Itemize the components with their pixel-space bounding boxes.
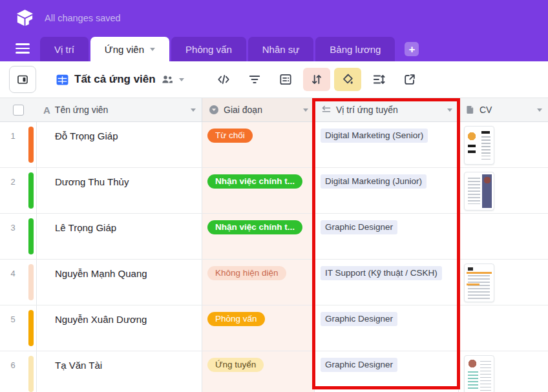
position-cell[interactable]: Digital Marketing (Junior) bbox=[315, 168, 459, 213]
row-number: 3 bbox=[0, 223, 26, 232]
row-color-bar bbox=[28, 356, 34, 392]
collapse-sidebar-icon bbox=[16, 73, 29, 86]
table-body: 1 Đỗ Trọng Giáp Từ chối Digital Marketin… bbox=[0, 122, 548, 392]
stage-cell[interactable]: Từ chối bbox=[202, 122, 315, 167]
linked-record-chip[interactable]: IT Support (Kỹ thuật / CSKH) bbox=[321, 266, 442, 280]
row-color-bar bbox=[28, 264, 34, 300]
row-number: 6 bbox=[0, 360, 26, 370]
cv-thumbnail[interactable] bbox=[464, 355, 494, 392]
chevron-down-icon bbox=[150, 48, 155, 51]
base-logo-icon[interactable] bbox=[14, 8, 35, 28]
menu-icon[interactable] bbox=[16, 36, 30, 61]
table-row[interactable]: 6 Tạ Văn Tài Ứng tuyển Graphic Designer bbox=[0, 351, 548, 392]
linked-record-chip[interactable]: Graphic Designer bbox=[321, 220, 397, 234]
stage-badge: Không hiện diện bbox=[207, 266, 286, 280]
single-select-field-icon bbox=[209, 105, 219, 115]
table-row[interactable]: 5 Nguyễn Xuân Dương Phỏng vấn Graphic De… bbox=[0, 305, 548, 351]
table-header: A Tên ứng viên Giai đoạn Vị trí ứng tuyể… bbox=[0, 98, 548, 122]
attachment-field-icon bbox=[465, 105, 475, 115]
stage-cell[interactable]: Phỏng vấn bbox=[202, 305, 315, 351]
collaborators-icon bbox=[161, 73, 174, 86]
stage-cell[interactable]: Nhận việc chính t... bbox=[202, 214, 315, 259]
share-button[interactable] bbox=[396, 68, 423, 91]
cv-cell[interactable] bbox=[459, 122, 548, 167]
view-name: Tất cả ứng viên bbox=[74, 73, 156, 86]
stage-cell[interactable]: Không hiện diện bbox=[202, 260, 315, 305]
table-row[interactable]: 3 Lê Trọng Giáp Nhận việc chính t... Gra… bbox=[0, 214, 548, 260]
stage-badge: Nhận việc chính t... bbox=[207, 174, 302, 189]
view-selector[interactable]: Tất cả ứng viên bbox=[56, 73, 184, 87]
stage-badge: Từ chối bbox=[207, 129, 253, 143]
tab-vi-tri[interactable]: Vị trí bbox=[40, 37, 89, 61]
column-header-position[interactable]: Vị trí ứng tuyển bbox=[315, 98, 459, 121]
chevron-down-icon[interactable] bbox=[447, 108, 452, 112]
cv-cell[interactable] bbox=[459, 351, 548, 392]
candidate-name-cell[interactable]: Đỗ Trọng Giáp bbox=[37, 122, 202, 167]
sort-button[interactable] bbox=[303, 68, 330, 91]
row-number: 2 bbox=[0, 177, 26, 187]
tab-phong-van[interactable]: Phỏng vấn bbox=[171, 37, 246, 61]
linked-record-chip[interactable]: Digital Marketing (Junior) bbox=[321, 174, 427, 189]
candidate-name-cell[interactable]: Nguyễn Xuân Dương bbox=[37, 305, 202, 351]
view-toolbar: Tất cả ứng viên bbox=[0, 61, 548, 98]
paint-fill-button[interactable] bbox=[334, 68, 361, 91]
position-cell[interactable]: Graphic Designer bbox=[315, 305, 459, 351]
linked-record-chip[interactable]: Graphic Designer bbox=[321, 358, 397, 372]
column-header-stage[interactable]: Giai đoạn bbox=[202, 98, 315, 121]
collapse-sidebar-button[interactable] bbox=[9, 66, 36, 93]
chevron-down-icon[interactable] bbox=[191, 108, 196, 112]
add-table-button[interactable]: + bbox=[405, 42, 419, 56]
toolbar-icons bbox=[210, 68, 423, 91]
chevron-down-icon[interactable] bbox=[303, 108, 308, 112]
group-button[interactable] bbox=[272, 68, 299, 91]
stage-cell[interactable]: Ứng tuyển bbox=[202, 351, 315, 392]
tab-nhan-su[interactable]: Nhân sự bbox=[248, 37, 314, 61]
candidate-name-cell[interactable]: Tạ Văn Tài bbox=[37, 351, 202, 392]
linked-record-field-icon bbox=[321, 105, 332, 115]
row-number: 4 bbox=[0, 269, 26, 278]
stage-badge: Ứng tuyển bbox=[207, 358, 264, 372]
cv-cell[interactable] bbox=[459, 214, 548, 259]
column-header-name[interactable]: A Tên ứng viên bbox=[37, 98, 202, 121]
cv-cell[interactable] bbox=[459, 260, 548, 305]
linked-record-chip[interactable]: Digital Marketing (Senior) bbox=[321, 129, 428, 143]
candidate-name-cell[interactable]: Lê Trọng Giáp bbox=[37, 214, 202, 259]
tab-bang-luong[interactable]: Bảng lương bbox=[315, 37, 395, 61]
position-cell[interactable]: Digital Marketing (Senior) bbox=[315, 122, 459, 167]
tab-ung-vien[interactable]: Ứng viên bbox=[90, 37, 169, 61]
table-row[interactable]: 4 Nguyễn Mạnh Quang Không hiện diện IT S… bbox=[0, 260, 548, 305]
stage-cell[interactable]: Nhận việc chính t... bbox=[202, 168, 315, 213]
row-height-button[interactable] bbox=[365, 68, 392, 91]
cv-thumbnail[interactable] bbox=[464, 263, 494, 302]
cv-thumbnail[interactable] bbox=[464, 172, 494, 211]
cv-cell[interactable] bbox=[459, 305, 548, 351]
stage-badge: Nhận việc chính t... bbox=[207, 220, 302, 234]
position-cell[interactable]: Graphic Designer bbox=[315, 351, 459, 392]
row-color-bar bbox=[28, 310, 34, 346]
code-button[interactable] bbox=[210, 68, 237, 91]
row-number: 5 bbox=[0, 315, 26, 324]
row-number: 1 bbox=[0, 131, 26, 141]
linked-record-chip[interactable]: Graphic Designer bbox=[321, 312, 397, 326]
text-field-icon: A bbox=[43, 105, 50, 116]
column-header-cv[interactable]: CV bbox=[459, 98, 548, 121]
position-cell[interactable]: IT Support (Kỹ thuật / CSKH) bbox=[315, 260, 459, 305]
stage-badge: Phỏng vấn bbox=[207, 312, 265, 326]
position-cell[interactable]: Graphic Designer bbox=[315, 214, 459, 259]
cv-thumbnail[interactable] bbox=[464, 126, 494, 165]
table-row[interactable]: 1 Đỗ Trọng Giáp Từ chối Digital Marketin… bbox=[0, 122, 548, 168]
save-status: All changes saved bbox=[45, 13, 121, 23]
row-color-bar bbox=[28, 127, 34, 163]
chevron-down-icon bbox=[179, 78, 184, 81]
top-bar: All changes saved bbox=[0, 0, 548, 36]
grid-view-icon bbox=[56, 73, 69, 87]
select-all-cell bbox=[0, 98, 37, 121]
chevron-down-icon[interactable] bbox=[537, 108, 542, 112]
cv-cell[interactable] bbox=[459, 168, 548, 213]
select-all-checkbox[interactable] bbox=[13, 105, 24, 116]
filter-button[interactable] bbox=[241, 68, 268, 91]
table-row[interactable]: 2 Dương Thu Thủy Nhận việc chính t... Di… bbox=[0, 168, 548, 214]
table-tab-bar: Vị trí Ứng viên Phỏng vấn Nhân sự Bảng l… bbox=[0, 36, 548, 61]
candidate-name-cell[interactable]: Nguyễn Mạnh Quang bbox=[37, 260, 202, 305]
candidate-name-cell[interactable]: Dương Thu Thủy bbox=[37, 168, 202, 213]
